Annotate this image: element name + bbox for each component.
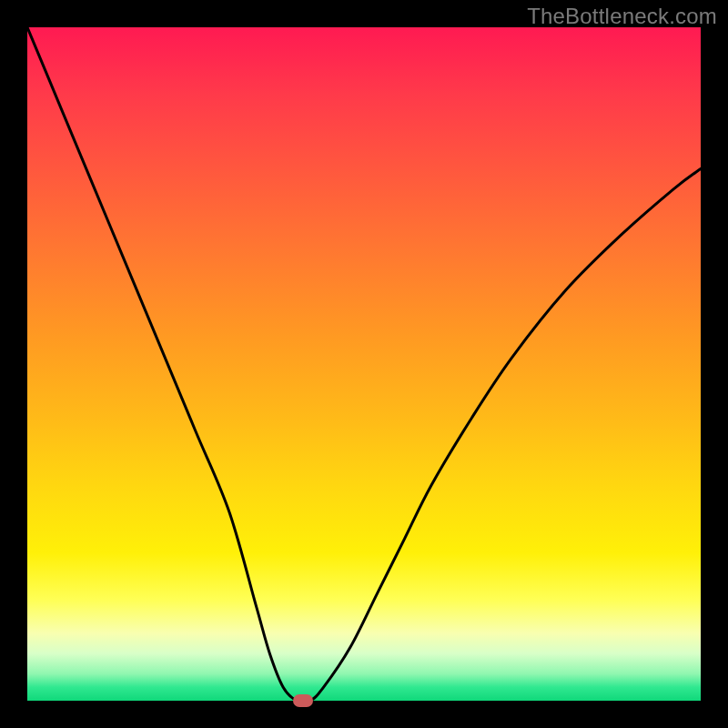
minimum-marker: [293, 694, 313, 707]
chart-frame: TheBottleneck.com: [0, 0, 728, 728]
watermark-text: TheBottleneck.com: [527, 4, 717, 29]
bottleneck-curve: [27, 27, 701, 701]
plot-area: [27, 27, 701, 701]
